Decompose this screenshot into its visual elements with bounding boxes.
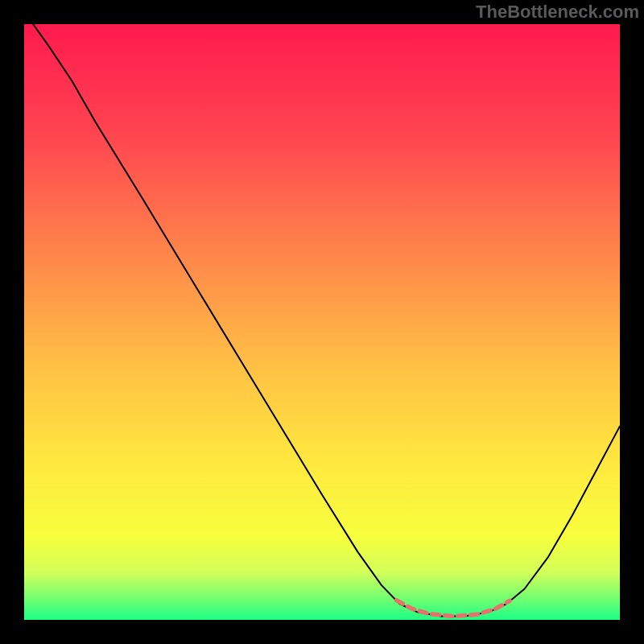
watermark-text: TheBottleneck.com	[476, 2, 639, 23]
svg-rect-0	[24, 24, 620, 620]
chart-frame: TheBottleneck.com	[0, 0, 644, 644]
plot-area	[24, 24, 620, 620]
chart-svg	[24, 24, 620, 620]
